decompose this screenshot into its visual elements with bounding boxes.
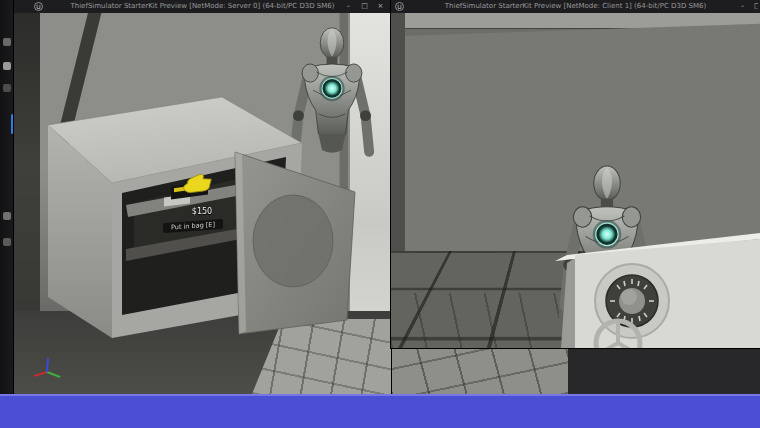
client-game-viewport[interactable] xyxy=(391,13,760,348)
server-game-viewport[interactable]: $150 Put in bag [E] xyxy=(14,13,391,394)
minimize-button[interactable]: – xyxy=(738,0,747,13)
unreal-app-icon: U xyxy=(395,2,404,11)
close-button[interactable]: × xyxy=(376,0,385,13)
taskbar-app-icon[interactable] xyxy=(3,38,11,46)
client-window: U ThiefSimulator StarterKit Preview [Net… xyxy=(391,0,760,348)
taskbar-app-icon[interactable] xyxy=(3,84,11,92)
axis-gizmo-icon xyxy=(30,355,66,385)
server-window: U ThiefSimulator StarterKit Preview [Net… xyxy=(14,0,391,394)
open-safe xyxy=(14,13,391,394)
background-dark-panel xyxy=(568,348,760,394)
background-floor-window xyxy=(391,348,568,394)
maximize-button[interactable]: □ xyxy=(754,0,758,13)
client-titlebar[interactable]: U ThiefSimulator StarterKit Preview [Net… xyxy=(391,0,760,13)
side-taskbar[interactable] xyxy=(0,0,14,428)
desktop: U ThiefSimulator StarterKit Preview [Net… xyxy=(0,0,760,428)
money-value-label: $150 xyxy=(180,207,224,216)
taskbar-app-icon[interactable] xyxy=(3,238,11,246)
server-titlebar[interactable]: U ThiefSimulator StarterKit Preview [Net… xyxy=(14,0,391,13)
client-window-title: ThiefSimulator StarterKit Preview [NetMo… xyxy=(391,0,760,13)
unreal-app-icon: U xyxy=(34,2,43,11)
taskbar-app-icon[interactable] xyxy=(3,212,11,220)
bottom-taskbar[interactable] xyxy=(0,394,760,428)
server-window-title: ThiefSimulator StarterKit Preview [NetMo… xyxy=(14,0,391,13)
combination-safe xyxy=(391,13,760,348)
maximize-button[interactable]: □ xyxy=(360,0,369,13)
minimize-button[interactable]: – xyxy=(344,0,353,13)
taskbar-app-icon[interactable] xyxy=(3,62,11,70)
